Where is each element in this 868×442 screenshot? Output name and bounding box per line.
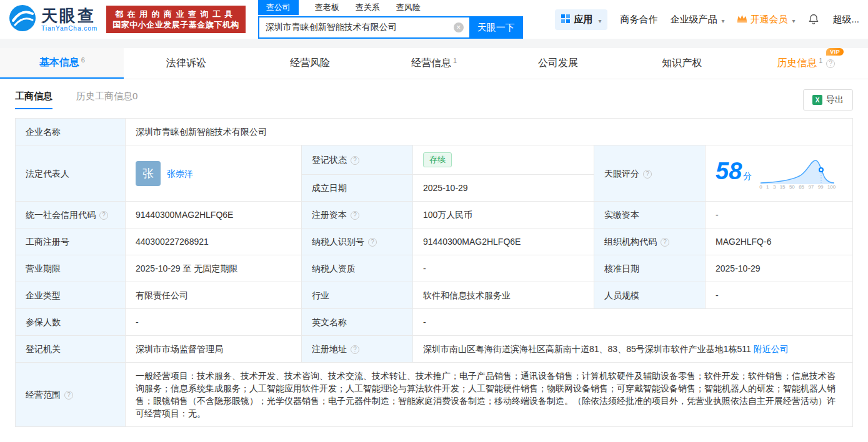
top-header: 天眼查 TianYanCha.com 都在用的商业查询工具 国家中小企业发展子基… <box>0 0 868 39</box>
search-button[interactable]: 天眼一下 <box>469 16 523 39</box>
tab-legal-litigation[interactable]: 法律诉讼 <box>124 48 247 79</box>
subtab-history-business-info[interactable]: 历史工商信息0 <box>76 91 137 109</box>
label-reg-capital: 注册资本 <box>302 202 413 228</box>
nearby-companies-link[interactable]: 附近公司 <box>754 344 789 354</box>
tab-history-info[interactable]: VIP 历史信息 1 <box>744 48 868 79</box>
help-icon[interactable] <box>661 238 669 247</box>
legal-rep-link[interactable]: 张崇洋 <box>167 167 193 180</box>
label-staff-size: 人员规模 <box>594 282 706 309</box>
value-business-scope: 一般经营项目：技术服务、技术开发、技术咨询、技术交流、技术转让、技术推广；电子产… <box>126 363 853 427</box>
tab-count: 1 <box>453 57 457 64</box>
chevron-down-icon <box>596 14 601 25</box>
brand-name: 天眼查 <box>41 7 97 25</box>
score-value: 58分 <box>716 165 752 182</box>
tab-intellectual-property[interactable]: 知识产权 <box>620 48 744 79</box>
label-reg-number: 工商注册号 <box>16 228 126 255</box>
score-chart: 0131550859799100 <box>759 157 836 190</box>
label-taxpayer-id: 纳税人识别号 <box>302 228 413 255</box>
vip-badge: VIP <box>826 48 844 56</box>
label-approval-date: 核准日期 <box>594 255 706 282</box>
search-input[interactable] <box>258 16 469 39</box>
business-info-table: 企业名称 深圳市青睐创新智能技术有限公司 法定代表人 张 张崇洋 登记状态 <box>15 118 853 427</box>
tab-label: 知识产权 <box>662 57 702 70</box>
tianyancha-score-cell: 58分 0131550859799100 <box>706 145 853 202</box>
search-block: 查公司 查老板 查关系 查风险 天眼一下 <box>258 0 523 39</box>
excel-icon <box>812 95 822 105</box>
tab-operating-risk[interactable]: 经营风险 <box>248 48 372 79</box>
tab-count: 6 <box>81 56 85 64</box>
help-icon[interactable] <box>368 238 377 247</box>
tab-count: 1 <box>819 57 822 64</box>
table-row: 参保人数 - 英文名称 - <box>16 309 853 336</box>
score-chart-axis: 0131550859799100 <box>759 184 836 190</box>
tab-label: 经营信息 <box>411 57 451 70</box>
table-row: 营业期限 2025-10-29 至 无固定期限 纳税人资质 - 核准日期 202… <box>16 255 853 282</box>
label-insured-count: 参保人数 <box>16 309 126 336</box>
help-icon[interactable] <box>643 170 652 179</box>
label-paid-capital: 实缴资本 <box>594 202 706 228</box>
tab-label: 历史信息 <box>777 57 817 70</box>
table-row: 工商注册号 440300227268921 纳税人识别号 91440300MAG… <box>16 228 853 255</box>
label-org-code: 组织机构代码 <box>594 228 706 255</box>
slogan-banner: 都在用的商业查询工具 国家中小企业发展子基金旗下机构 <box>106 6 246 33</box>
tab-label: 基本信息 <box>39 56 79 69</box>
help-icon[interactable] <box>351 345 359 354</box>
label-company-type: 企业类型 <box>16 282 126 309</box>
value-paid-capital: - <box>706 202 853 228</box>
open-vip-menu[interactable]: 开通会员 <box>737 14 795 26</box>
label-taxpayer-quality: 纳税人资质 <box>302 255 413 282</box>
value-taxpayer-quality: - <box>413 255 594 282</box>
value-industry: 软件和信息技术服务业 <box>413 282 594 309</box>
value-reg-capital: 100万人民币 <box>413 202 594 228</box>
help-icon[interactable] <box>351 156 359 165</box>
tianyancha-company-page: 天眼查 TianYanCha.com 都在用的商业查询工具 国家中小企业发展子基… <box>0 0 868 442</box>
search-tab-relation[interactable]: 查关系 <box>356 2 380 13</box>
value-legal-rep: 张 张崇洋 <box>126 145 302 202</box>
export-label: 导出 <box>826 94 844 106</box>
value-english-name: - <box>413 309 853 336</box>
slogan-line1: 都在用的商业查询工具 <box>112 9 239 19</box>
help-icon[interactable] <box>351 211 359 220</box>
value-org-code: MAG2HLFQ-6 <box>706 228 853 255</box>
apps-label: 应用 <box>574 14 592 26</box>
business-cooperation-link[interactable]: 商务合作 <box>620 14 657 26</box>
label-industry: 行业 <box>302 282 413 309</box>
subtab-business-info[interactable]: 工商信息 <box>15 91 52 109</box>
apps-menu[interactable]: 应用 <box>555 9 607 30</box>
logo-icon <box>9 4 36 34</box>
search-tab-company[interactable]: 查公司 <box>258 0 299 15</box>
label-english-name: 英文名称 <box>302 309 413 336</box>
business-info-section: 企业名称 深圳市青睐创新智能技术有限公司 法定代表人 张 张崇洋 登记状态 <box>0 115 868 442</box>
value-company-type: 有限责任公司 <box>126 282 302 309</box>
export-button[interactable]: 导出 <box>803 89 853 110</box>
tianyancha-logo[interactable]: 天眼查 TianYanCha.com <box>9 4 97 34</box>
tab-operating-info[interactable]: 经营信息 1 <box>372 48 496 79</box>
help-icon[interactable] <box>826 59 835 68</box>
tab-label: 法律诉讼 <box>166 57 206 70</box>
label-reg-address: 注册地址 <box>302 336 413 363</box>
help-icon[interactable] <box>99 211 108 220</box>
label-business-term: 营业期限 <box>16 255 126 282</box>
table-row: 登记机关 深圳市市场监督管理局 注册地址 深圳市南山区粤海街道滨海社区高新南十道… <box>16 336 853 363</box>
tab-company-development[interactable]: 公司发展 <box>496 48 620 79</box>
label-tianyancha-score: 天眼评分 <box>594 145 706 202</box>
notification-bell-icon[interactable] <box>807 13 820 26</box>
table-row: 法定代表人 张 张崇洋 登记状态 存续 天眼评分 <box>16 145 853 175</box>
value-business-term: 2025-10-29 至 无固定期限 <box>126 255 302 282</box>
grid-icon <box>561 14 570 25</box>
help-icon[interactable] <box>64 391 73 400</box>
clear-search-icon[interactable] <box>454 22 464 32</box>
legal-rep-avatar[interactable]: 张 <box>136 161 161 186</box>
value-reg-number: 440300227268921 <box>126 228 302 255</box>
search-tab-boss[interactable]: 查老板 <box>315 2 339 13</box>
table-row: 企业类型 有限责任公司 行业 软件和信息技术服务业 人员规模 - <box>16 282 853 309</box>
enterprise-product-menu[interactable]: 企业级产品 <box>670 14 724 26</box>
table-row: 统一社会信用代码 91440300MAG2HLFQ6E 注册资本 100万人民币… <box>16 202 853 228</box>
search-tabs: 查公司 查老板 查关系 查风险 <box>258 0 523 15</box>
search-tab-risk[interactable]: 查风险 <box>396 2 421 13</box>
status-badge: 存续 <box>423 152 452 167</box>
label-establish-date: 成立日期 <box>302 175 413 202</box>
slogan-line2: 国家中小企业发展子基金旗下机构 <box>112 19 239 30</box>
super-vip-link[interactable]: 超级... <box>832 14 859 26</box>
tab-basic-info[interactable]: 基本信息 6 <box>0 48 124 79</box>
